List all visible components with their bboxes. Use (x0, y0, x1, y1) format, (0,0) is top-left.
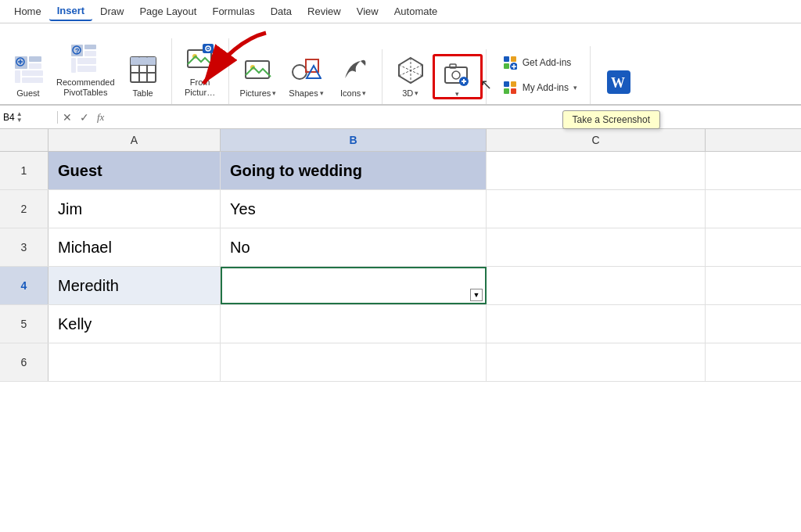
ribbon-group-tables: Guest ? RecommendedPivotTables (6, 38, 172, 104)
svg-rect-50 (504, 88, 509, 94)
pictures-dropdown-icon[interactable]: ▾ (272, 89, 276, 97)
svg-rect-14 (77, 66, 96, 72)
svg-rect-49 (511, 81, 516, 87)
cell-A4[interactable]: Meredith (48, 267, 221, 304)
icons-dropdown-icon[interactable]: ▾ (362, 89, 366, 97)
cell-B4[interactable]: ▼ (221, 267, 487, 304)
row-num-2[interactable]: 2 (0, 190, 48, 228)
cell-ref-arrows[interactable]: ▲▼ (16, 111, 23, 124)
cell-A6[interactable] (48, 343, 221, 381)
3d-model-label: 3D (402, 88, 413, 98)
cell-ref-value: B4 (3, 112, 15, 123)
row-num-1[interactable]: 1 (0, 152, 48, 189)
spreadsheet-row-2: 2 Jim Yes (0, 190, 801, 228)
svg-rect-24 (147, 57, 156, 65)
menu-draw[interactable]: Draw (92, 2, 131, 20)
cell-A3[interactable]: Michael (48, 228, 221, 266)
get-addins-button[interactable]: Get Add-ins (496, 52, 584, 73)
formula-check-icon[interactable]: ✓ (80, 111, 89, 124)
col-header-A[interactable]: A (48, 129, 221, 151)
table-button[interactable]: Table (121, 49, 165, 101)
from-pictures-label: FromPictur… (185, 77, 215, 98)
spreadsheet-row-1: 1 Guest Going to wedding (0, 152, 801, 190)
screenshot-dropdown-icon[interactable]: ▾ (455, 90, 459, 98)
table-label: Table (132, 88, 153, 98)
formula-fx-icon[interactable]: fx (97, 111, 104, 124)
3d-dropdown-icon[interactable]: ▾ (415, 89, 418, 97)
my-addins-button[interactable]: My Add-ins ▾ (496, 77, 584, 98)
row-num-4[interactable]: 4 (0, 267, 48, 304)
menu-data[interactable]: Data (263, 2, 300, 20)
svg-rect-23 (139, 57, 147, 65)
svg-rect-2 (29, 63, 41, 69)
cell-A5[interactable]: Kelly (48, 305, 221, 343)
svg-rect-1 (29, 56, 41, 62)
cell-B1[interactable]: Going to wedding (221, 152, 487, 189)
menu-page-layout[interactable]: Page Layout (131, 2, 204, 20)
menu-formulas[interactable]: Formulas (204, 2, 262, 20)
cell-A1[interactable]: Guest (48, 152, 221, 189)
cursor-indicator: ↖ (480, 76, 492, 93)
shapes-dropdown-icon[interactable]: ▾ (320, 89, 324, 97)
row-num-6[interactable]: 6 (0, 343, 48, 381)
shapes-button[interactable]: Shapes ▾ (284, 49, 328, 101)
screenshot-tooltip: Take a Screenshot (562, 110, 660, 129)
cell-B6[interactable] (221, 343, 487, 381)
svg-rect-30 (246, 61, 269, 78)
svg-rect-10 (84, 45, 96, 49)
icons-label: Icons (340, 88, 361, 98)
cell-dropdown-arrow[interactable]: ▼ (470, 289, 483, 301)
svg-rect-22 (131, 57, 139, 65)
pictures-icon (241, 52, 275, 87)
menu-view[interactable]: View (349, 2, 386, 20)
ribbon-group-media: Pictures ▾ Shapes ▾ (235, 49, 383, 104)
svg-rect-43 (504, 63, 509, 69)
svg-rect-4 (22, 70, 43, 76)
spreadsheet-row-5: 5 Kelly (0, 305, 801, 343)
recommended-pivot-button[interactable]: ? RecommendedPivotTables (52, 38, 120, 101)
formula-cross-icon[interactable]: ✕ (63, 111, 72, 124)
table-icon (126, 52, 160, 87)
screenshot-button[interactable]: ▾ (436, 57, 480, 101)
cell-B5[interactable] (221, 305, 487, 343)
svg-point-29 (207, 48, 209, 49)
svg-rect-3 (15, 70, 20, 83)
my-addins-dropdown[interactable]: ▾ (573, 84, 577, 92)
spreadsheet-row-3: 3 Michael No (0, 228, 801, 267)
menu-review[interactable]: Review (300, 2, 349, 20)
pictures-label: Pictures (240, 88, 271, 98)
cell-ref-box[interactable]: B4 ▲▼ (3, 111, 58, 124)
3d-model-button[interactable]: 3D ▾ (389, 49, 433, 101)
icons-button[interactable]: Icons ▾ (332, 49, 375, 101)
col-header-C[interactable]: C (487, 129, 706, 151)
shapes-label: Shapes (289, 88, 318, 98)
cell-B3[interactable]: No (221, 228, 487, 266)
from-pictures-button[interactable]: FromPictur… (178, 38, 222, 101)
menu-insert[interactable]: Insert (49, 2, 92, 21)
menu-automate[interactable]: Automate (386, 2, 446, 20)
pictures-button[interactable]: Pictures ▾ (235, 49, 282, 101)
ribbon-group-addins: Get Add-ins My Add-ins ▾ (493, 46, 591, 104)
svg-text:W: W (611, 75, 625, 91)
corner-header (0, 129, 48, 151)
pivot-table-button[interactable]: Guest (6, 49, 50, 101)
cell-C1[interactable] (487, 152, 706, 189)
formula-input[interactable] (110, 111, 798, 123)
spreadsheet-row-4: 4 Meredith ▼ (0, 267, 801, 305)
svg-point-36 (452, 71, 460, 79)
spreadsheet-container: A B C 1 Guest Going to wedding 2 Jim Yes… (0, 129, 801, 382)
menu-home[interactable]: Home (6, 2, 49, 20)
cell-B2[interactable]: Yes (221, 190, 487, 228)
row-num-3[interactable]: 3 (0, 228, 48, 266)
col-header-B[interactable]: B (221, 129, 487, 151)
cell-A2[interactable]: Jim (48, 190, 221, 228)
cell-C6[interactable] (487, 343, 706, 381)
cell-C2[interactable] (487, 190, 706, 228)
cell-C4[interactable] (487, 267, 706, 304)
svg-rect-42 (511, 56, 516, 62)
row-num-5[interactable]: 5 (0, 305, 48, 343)
cell-C3[interactable] (487, 228, 706, 266)
svg-rect-12 (71, 58, 76, 73)
cell-C5[interactable] (487, 305, 706, 343)
ribbon: Guest ? RecommendedPivotTables (0, 23, 801, 106)
